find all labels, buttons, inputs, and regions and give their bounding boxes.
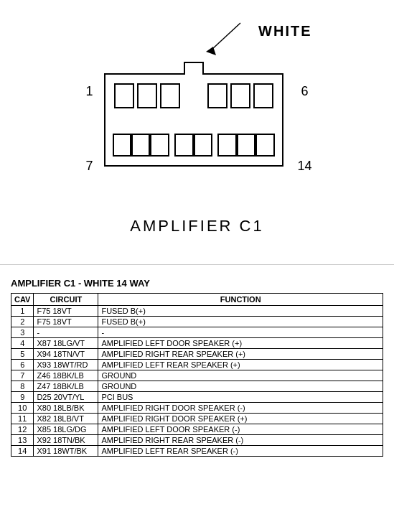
cell-function: AMPLIFIED LEFT REAR SPEAKER (+) <box>98 360 383 370</box>
white-label: WHITE <box>258 23 311 39</box>
table-row: 4X87 18LG/VTAMPLIFIED LEFT DOOR SPEAKER … <box>11 338 383 349</box>
pin-10 <box>174 134 193 157</box>
table-section: AMPLIFIER C1 - WHITE 14 WAY CAV CIRCUIT … <box>0 271 394 464</box>
table-row: 7Z46 18BK/LBGROUND <box>11 370 383 381</box>
col-header-function: FUNCTION <box>98 294 383 306</box>
cell-cav: 5 <box>11 349 34 360</box>
diagram-section: WHITE 1 6 7 14 <box>0 0 394 258</box>
pin-7 <box>113 134 131 157</box>
cell-circuit: Z47 18BK/LB <box>34 381 98 392</box>
arrow-icon <box>197 19 255 55</box>
pin-1 <box>114 83 134 108</box>
pin-row-top <box>105 83 282 108</box>
col-header-circuit: CIRCUIT <box>34 294 98 306</box>
section-divider <box>0 264 394 265</box>
cell-circuit: - <box>34 327 98 338</box>
cell-function: AMPLIFIED LEFT DOOR SPEAKER (+) <box>98 338 383 349</box>
pin-5 <box>230 83 250 108</box>
cell-cav: 6 <box>11 360 34 370</box>
table-header-row: CAV CIRCUIT FUNCTION <box>11 294 383 306</box>
cell-function: PCI BUS <box>98 392 383 403</box>
cell-cav: 11 <box>11 414 34 424</box>
connector-tab <box>184 62 204 75</box>
cell-function: AMPLIFIED RIGHT REAR SPEAKER (+) <box>98 349 383 360</box>
pin-number-14: 14 <box>297 159 311 174</box>
svg-marker-1 <box>206 47 216 55</box>
table-row: 8Z47 18BK/LBGROUND <box>11 381 383 392</box>
pin-number-7: 7 <box>86 159 93 174</box>
cell-function: AMPLIFIED RIGHT DOOR SPEAKER (+) <box>98 414 383 424</box>
cell-function: AMPLIFIED RIGHT REAR SPEAKER (-) <box>98 435 383 446</box>
col-header-cav: CAV <box>11 294 34 306</box>
cell-function: FUSED B(+) <box>98 306 383 317</box>
pin-8 <box>131 134 150 157</box>
cell-function: - <box>98 327 383 338</box>
svg-line-0 <box>212 23 240 50</box>
cell-cav: 14 <box>11 446 34 457</box>
cell-circuit: Z46 18BK/LB <box>34 370 98 381</box>
cell-cav: 7 <box>11 370 34 381</box>
connector-body <box>104 73 283 167</box>
cell-function: FUSED B(+) <box>98 317 383 327</box>
table-heading: AMPLIFIER C1 - WHITE 14 WAY <box>11 278 383 289</box>
table-row: 14X91 18WT/BKAMPLIFIED LEFT REAR SPEAKER… <box>11 446 383 457</box>
table-row: 10X80 18LB/BKAMPLIFIED RIGHT DOOR SPEAKE… <box>11 403 383 414</box>
pin-14 <box>255 134 274 157</box>
cell-circuit: F75 18VT <box>34 306 98 317</box>
cell-function: AMPLIFIED RIGHT DOOR SPEAKER (-) <box>98 403 383 414</box>
cell-cav: 10 <box>11 403 34 414</box>
table-row: 9D25 20VT/YLPCI BUS <box>11 392 383 403</box>
cell-circuit: D25 20VT/YL <box>34 392 98 403</box>
pin-3 <box>160 83 180 108</box>
pin-9 <box>150 134 169 157</box>
pin-table: CAV CIRCUIT FUNCTION 1F75 18VTFUSED B(+)… <box>11 293 383 457</box>
cell-circuit: X92 18TN/BK <box>34 435 98 446</box>
cell-circuit: X87 18LG/VT <box>34 338 98 349</box>
cell-function: GROUND <box>98 381 383 392</box>
cell-circuit: X91 18WT/BK <box>34 446 98 457</box>
pin-row-bottom <box>105 134 282 157</box>
cell-cav: 1 <box>11 306 34 317</box>
cell-circuit: X94 18TN/VT <box>34 349 98 360</box>
table-row: 12X85 18LG/DGAMPLIFIED LEFT DOOR SPEAKER… <box>11 424 383 435</box>
table-row: 6X93 18WT/RDAMPLIFIED LEFT REAR SPEAKER … <box>11 360 383 370</box>
pin-6 <box>253 83 273 108</box>
table-row: 5X94 18TN/VTAMPLIFIED RIGHT REAR SPEAKER… <box>11 349 383 360</box>
table-row: 13X92 18TN/BKAMPLIFIED RIGHT REAR SPEAKE… <box>11 435 383 446</box>
pin-4 <box>207 83 228 108</box>
cell-function: AMPLIFIED LEFT DOOR SPEAKER (-) <box>98 424 383 435</box>
cell-function: AMPLIFIED LEFT REAR SPEAKER (-) <box>98 446 383 457</box>
cell-circuit: X80 18LB/BK <box>34 403 98 414</box>
cell-cav: 9 <box>11 392 34 403</box>
table-row: 2F75 18VTFUSED B(+) <box>11 317 383 327</box>
pin-number-1: 1 <box>86 84 93 99</box>
pin-12 <box>217 134 236 157</box>
pin-13 <box>237 134 255 157</box>
cell-circuit: X82 18LB/VT <box>34 414 98 424</box>
cell-cav: 3 <box>11 327 34 338</box>
table-row: 1F75 18VTFUSED B(+) <box>11 306 383 317</box>
pin-11 <box>194 134 212 157</box>
cell-cav: 12 <box>11 424 34 435</box>
cell-function: GROUND <box>98 370 383 381</box>
cell-cav: 13 <box>11 435 34 446</box>
table-row: 11X82 18LB/VTAMPLIFIED RIGHT DOOR SPEAKE… <box>11 414 383 424</box>
table-row: 3-- <box>11 327 383 338</box>
connector-diagram: WHITE 1 6 7 14 <box>83 52 312 195</box>
cell-cav: 2 <box>11 317 34 327</box>
pin-2 <box>137 83 157 108</box>
cell-circuit: F75 18VT <box>34 317 98 327</box>
connector-title: AMPLIFIER C1 <box>130 217 263 235</box>
cell-circuit: X85 18LG/DG <box>34 424 98 435</box>
cell-circuit: X93 18WT/RD <box>34 360 98 370</box>
cell-cav: 4 <box>11 338 34 349</box>
cell-cav: 8 <box>11 381 34 392</box>
pin-number-6: 6 <box>301 84 308 99</box>
